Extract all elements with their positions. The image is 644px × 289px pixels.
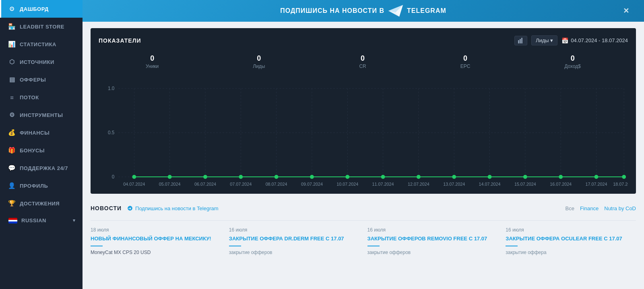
stream-icon: ≡ bbox=[8, 94, 16, 101]
sidebar-item-label-sources: Источники bbox=[20, 59, 54, 65]
news-card-tag: закрытие офферов bbox=[367, 250, 498, 255]
calendar-icon: 📅 bbox=[561, 37, 568, 44]
sidebar-item-label-finances: Финансы bbox=[20, 130, 50, 136]
sidebar-item-offers[interactable]: ▤ Офферы bbox=[0, 71, 83, 88]
news-card-tag: закрытие оффера bbox=[506, 250, 636, 255]
chart-type-icon bbox=[518, 38, 524, 43]
stat-label: Уники bbox=[146, 64, 159, 69]
leadbit-store-icon: 🏪 bbox=[8, 23, 16, 30]
svg-point-34 bbox=[345, 175, 349, 179]
chart-header: Показатели Лиды ▾ 📅 04.07.2024 - 18.07.2… bbox=[99, 35, 628, 45]
svg-text:18.07.2024: 18.07.2024 bbox=[613, 182, 628, 187]
stat-item-epc: 0 EPC bbox=[460, 54, 471, 69]
svg-text:11.07.2024: 11.07.2024 bbox=[372, 182, 394, 187]
sidebar-item-finances[interactable]: 💰 Финансы bbox=[0, 124, 83, 141]
chart-controls: Лиды ▾ 📅 04.07.2024 - 18.07.2024 bbox=[514, 35, 628, 45]
news-card-divider bbox=[91, 246, 103, 246]
news-card-title[interactable]: НОВЫЙ ФИНАНСОВЫЙ ОФФЕР НА МЕКСИКУ! bbox=[91, 235, 221, 242]
news-card-title[interactable]: ЗАКРЫТИЕ ОФФЕРА DR.DERM FREE С 17.07 bbox=[229, 235, 359, 242]
stat-value: 0 bbox=[564, 54, 581, 63]
svg-text:04.07.2024: 04.07.2024 bbox=[123, 182, 145, 187]
news-card: 16 июля ЗАКРЫТИЕ ОФФЕРА DR.DERM FREE С 1… bbox=[229, 227, 359, 255]
news-card: 16 июля ЗАКРЫТИЕ ОФФЕРОВ REMOVIO FREE С … bbox=[367, 227, 498, 255]
news-filter-all[interactable]: Все bbox=[566, 205, 574, 211]
stat-label: Доход$ bbox=[564, 64, 581, 69]
svg-rect-5 bbox=[521, 38, 522, 43]
sidebar-item-stream[interactable]: ≡ Поток bbox=[0, 88, 83, 106]
sidebar-item-profile[interactable]: 👤 Профиль bbox=[0, 177, 83, 195]
achievements-icon: 🏆 bbox=[8, 200, 16, 207]
sidebar-item-label-dashboard: Дашборд bbox=[20, 6, 49, 12]
telegram-plane-icon bbox=[388, 5, 403, 17]
svg-text:09.07.2024: 09.07.2024 bbox=[301, 182, 323, 187]
sidebar-item-label-statistics: Статистика bbox=[20, 41, 56, 47]
svg-text:06.07.2024: 06.07.2024 bbox=[194, 182, 216, 187]
svg-text:10.07.2024: 10.07.2024 bbox=[336, 182, 358, 187]
sidebar-item-label-offers: Офферы bbox=[20, 77, 46, 83]
sidebar-item-statistics[interactable]: 📊 Статистика bbox=[0, 35, 83, 53]
news-card-tag: закрытие офферов bbox=[229, 250, 359, 255]
sidebar-item-sources[interactable]: ⬡ Источники bbox=[0, 53, 83, 71]
sidebar-language[interactable]: Russian ▾ bbox=[0, 212, 83, 229]
metric-selector[interactable]: Лиды ▾ bbox=[531, 35, 557, 45]
svg-point-32 bbox=[275, 175, 279, 179]
svg-point-35 bbox=[381, 175, 385, 179]
dashboard-icon: ⊙ bbox=[8, 5, 16, 12]
telegram-news-link[interactable]: Подпишись на новости в Telegram bbox=[127, 205, 218, 211]
news-filter-nutra[interactable]: Nutra by CoD bbox=[604, 205, 636, 211]
stat-item-лиды: 0 Лиды bbox=[253, 54, 265, 69]
chart-type-button[interactable] bbox=[514, 36, 527, 45]
sidebar-item-bonuses[interactable]: 🎁 Бонусы bbox=[0, 141, 83, 159]
stats-row: 0 Уники 0 Лиды 0 CR 0 EPC 0 Доход$ bbox=[99, 51, 628, 76]
chart-panel: Показатели Лиды ▾ 📅 04.07.2024 - 18.07.2… bbox=[91, 28, 636, 194]
news-card: 16 июля ЗАКРЫТИЕ ОФФЕРА OCULEAR FREE С 1… bbox=[506, 227, 636, 255]
metric-selector-chevron: ▾ bbox=[550, 37, 553, 43]
sidebar-item-support[interactable]: 💬 Поддержка 24/7 bbox=[0, 159, 83, 177]
telegram-link-icon bbox=[127, 205, 133, 211]
sidebar-item-achievements[interactable]: 🏆 Достижения bbox=[0, 195, 83, 212]
telegram-banner-text-after: TELEGRAM bbox=[407, 7, 446, 14]
main-content: ПОДПИШИСЬ НА НОВОСТИ В TELEGRAM ✕ Показа… bbox=[83, 0, 644, 289]
svg-text:05.07.2024: 05.07.2024 bbox=[159, 182, 181, 187]
news-section: Новости Подпишись на новости в Telegram … bbox=[83, 202, 644, 263]
svg-text:0: 0 bbox=[112, 174, 115, 180]
news-card-title[interactable]: ЗАКРЫТИЕ ОФФЕРА OCULEAR FREE С 17.07 bbox=[506, 235, 636, 242]
stat-label: Лиды bbox=[253, 64, 265, 69]
telegram-close-button[interactable]: ✕ bbox=[623, 6, 630, 15]
sources-icon: ⬡ bbox=[8, 58, 16, 66]
news-card-divider bbox=[367, 246, 380, 246]
telegram-banner-text-before: ПОДПИШИСЬ НА НОВОСТИ В bbox=[280, 7, 384, 14]
news-card: 18 июля НОВЫЙ ФИНАНСОВЫЙ ОФФЕР НА МЕКСИК… bbox=[91, 227, 221, 255]
svg-point-39 bbox=[523, 175, 527, 179]
statistics-icon: 📊 bbox=[8, 41, 16, 48]
svg-point-28 bbox=[132, 175, 136, 179]
stat-label: EPC bbox=[460, 64, 471, 69]
svg-text:07.07.2024: 07.07.2024 bbox=[230, 182, 252, 187]
profile-icon: 👤 bbox=[8, 182, 16, 189]
sidebar-item-tools[interactable]: ⚙ Инструменты bbox=[0, 106, 83, 124]
news-card-date: 16 июля bbox=[229, 227, 359, 233]
stat-item-cr: 0 CR bbox=[359, 54, 366, 69]
tools-icon: ⚙ bbox=[8, 111, 16, 119]
chart-title: Показатели bbox=[99, 37, 141, 44]
news-title: Новости bbox=[91, 205, 122, 211]
stat-item-доход$: 0 Доход$ bbox=[564, 54, 581, 69]
sidebar: ⊙ Дашборд 🏪 Leadbit Store 📊 Статистика ⬡… bbox=[0, 0, 83, 289]
news-card-date: 18 июля bbox=[91, 227, 221, 233]
chart-area: 1.0 0.5 0 bbox=[99, 76, 628, 189]
telegram-banner[interactable]: ПОДПИШИСЬ НА НОВОСТИ В TELEGRAM ✕ bbox=[83, 0, 644, 22]
sidebar-item-dashboard[interactable]: ⊙ Дашборд bbox=[0, 0, 83, 18]
stat-value: 0 bbox=[253, 54, 265, 63]
news-card-title[interactable]: ЗАКРЫТИЕ ОФФЕРОВ REMOVIO FREE С 17.07 bbox=[367, 235, 498, 242]
svg-text:13.07.2024: 13.07.2024 bbox=[443, 182, 465, 187]
svg-point-31 bbox=[239, 175, 243, 179]
sidebar-item-label-profile: Профиль bbox=[20, 183, 48, 189]
news-filter-finance[interactable]: Finance bbox=[580, 205, 599, 211]
svg-text:1.0: 1.0 bbox=[108, 86, 115, 91]
sidebar-item-leadbit-store[interactable]: 🏪 Leadbit Store bbox=[0, 18, 83, 35]
finances-icon: 💰 bbox=[8, 129, 16, 136]
sidebar-item-label-bonuses: Бонусы bbox=[20, 148, 45, 154]
svg-rect-3 bbox=[518, 40, 519, 43]
stat-item-уники: 0 Уники bbox=[146, 54, 159, 69]
svg-point-36 bbox=[417, 175, 421, 179]
